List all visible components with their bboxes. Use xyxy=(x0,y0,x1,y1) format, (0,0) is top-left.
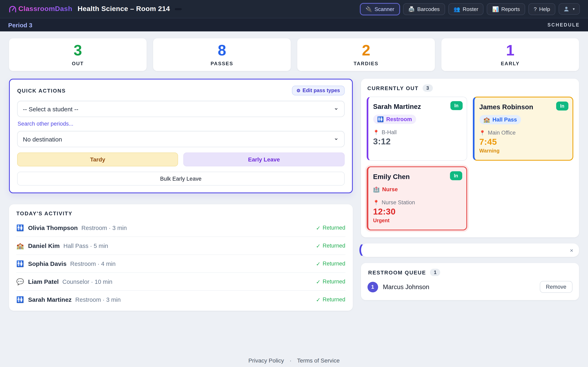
student-card-sarah-martinez: Sarah Martinez In 🚻 Restroom 📍 B-Hall 3:… xyxy=(366,97,467,161)
nav-label-barcodes: Barcodes xyxy=(417,6,440,12)
activity-student-name: Sarah Martinez xyxy=(28,296,71,303)
nav-button-scanner[interactable]: 🔌 Scanner xyxy=(360,3,399,15)
school-icon: 🏫 xyxy=(484,117,490,123)
nav-button-help[interactable]: ? Help xyxy=(528,3,555,15)
printer-icon: 🖨️ xyxy=(408,6,415,12)
remove-from-queue-button[interactable]: Remove xyxy=(540,281,572,293)
activity-row: 🏫 Daniel Kim Hall Pass · 5 min ✓ Returne… xyxy=(16,237,345,255)
location-row: 📍 B-Hall xyxy=(373,129,462,135)
activity-student-name: Sophia Davis xyxy=(28,260,66,267)
schedule-link[interactable]: SCHEDULE xyxy=(547,22,580,27)
nav-button-roster[interactable]: 👥 Roster xyxy=(448,3,484,15)
quick-actions-title: QUICK ACTIONS xyxy=(17,87,66,94)
mark-in-button[interactable]: In xyxy=(450,101,462,110)
activity-list: 🚻 Olivia Thompson Restroom · 3 min ✓ Ret… xyxy=(16,219,345,308)
nav-label-roster: Roster xyxy=(463,6,478,12)
main-content: 3 OUT 8 PASSES 2 TARDIES 1 EARLY QUIC xyxy=(0,31,588,311)
nav-label-help: Help xyxy=(539,6,550,12)
tardy-button[interactable]: Tardy xyxy=(17,152,178,166)
gauge-icon xyxy=(8,5,17,13)
stat-card-passes: 8 PASSES xyxy=(153,38,291,71)
check-icon: ✓ xyxy=(316,278,321,285)
brand-name: ClassroomDash xyxy=(18,5,72,13)
user-menu-button[interactable]: ▼ xyxy=(559,3,580,15)
stat-label-out: OUT xyxy=(72,61,84,67)
location-row: 📍 Nurse Station xyxy=(373,200,461,206)
stat-card-early: 1 EARLY xyxy=(441,38,579,71)
right-column: CURRENTLY OUT 3 Sarah Martinez In 🚻 Rest… xyxy=(361,79,579,300)
question-icon: ? xyxy=(534,6,536,12)
pass-type-badge: 🏥 Nurse xyxy=(373,185,402,194)
spinner-arc-icon: ( xyxy=(359,242,363,257)
period-bar: Period 3 SCHEDULE xyxy=(0,18,588,31)
pass-type-badge: 🏫 Hall Pass xyxy=(479,115,521,124)
activity-detail: Restroom · 3 min xyxy=(75,296,121,303)
mark-in-button[interactable]: In xyxy=(556,101,568,110)
returned-status: ✓ Returned xyxy=(316,225,346,231)
stats-row: 3 OUT 8 PASSES 2 TARDIES 1 EARLY xyxy=(9,38,579,71)
activity-student-name: Olivia Thompson xyxy=(28,224,78,231)
activity-detail: Restroom · 4 min xyxy=(70,260,116,267)
footer: Privacy Policy · Terms of Service xyxy=(0,357,588,364)
restroom-icon: 🚻 xyxy=(16,296,24,303)
app-root: ClassroomDash Health Science – Room 214 … xyxy=(0,0,588,367)
restroom-icon: 🚻 xyxy=(16,261,24,267)
navbar-left: ClassroomDash Health Science – Room 214 xyxy=(8,5,182,13)
returned-status: ✓ Returned xyxy=(316,260,346,267)
stat-label-tardies: TARDIES xyxy=(354,61,379,67)
queue-item: 1 Marcus Johnson Remove xyxy=(367,281,572,293)
mark-in-button[interactable]: In xyxy=(450,171,462,180)
pass-type-badge: 🚻 Restroom xyxy=(373,115,416,124)
stat-label-early: EARLY xyxy=(501,61,520,67)
period-label: Period 3 xyxy=(8,21,32,28)
stat-value-out: 3 xyxy=(73,43,82,58)
gear-icon: ⚙ xyxy=(296,88,301,93)
nav-label-scanner: Scanner xyxy=(374,6,394,12)
edit-pass-types-button[interactable]: ⚙ Edit pass types xyxy=(292,86,345,95)
early-leave-button[interactable]: Early Leave xyxy=(183,152,345,166)
queue-student-name: Marcus Johnson xyxy=(383,283,429,291)
search-other-periods-link[interactable]: Search other periods... xyxy=(17,121,73,127)
bulk-early-leave-button[interactable]: Bulk Early Leave xyxy=(17,172,345,185)
elapsed-timer: 3:12 xyxy=(373,137,462,146)
stat-value-early: 1 xyxy=(506,43,514,58)
navbar: ClassroomDash Health Science – Room 214 … xyxy=(0,0,588,18)
nav-button-reports[interactable]: 📊 Reports xyxy=(487,3,525,15)
student-name: James Robinson xyxy=(479,103,568,111)
edit-pass-types-label: Edit pass types xyxy=(303,88,340,93)
user-avatar-icon xyxy=(563,6,570,12)
activity-detail: Restroom · 3 min xyxy=(81,225,127,231)
stat-value-tardies: 2 xyxy=(362,43,370,58)
location-label: Main Office xyxy=(488,130,516,136)
footer-separator: · xyxy=(290,357,291,364)
title-dash-icon xyxy=(175,8,182,10)
chevron-down-icon: ⌄ xyxy=(334,136,339,140)
activity-row: 🚻 Sophia Davis Restroom · 4 min ✓ Return… xyxy=(16,255,345,273)
returned-status: ✓ Returned xyxy=(316,242,346,249)
destination-select[interactable]: No destination ⌄ xyxy=(17,131,345,147)
nav-button-barcodes[interactable]: 🖨️ Barcodes xyxy=(403,3,445,15)
pin-icon: 📍 xyxy=(373,200,379,205)
check-icon: ✓ xyxy=(316,225,321,231)
check-icon: ✓ xyxy=(316,260,321,267)
restroom-queue-count-badge: 1 xyxy=(430,269,440,276)
brand-logo[interactable]: ClassroomDash xyxy=(8,5,72,13)
close-icon[interactable]: × xyxy=(570,247,573,253)
privacy-policy-link[interactable]: Privacy Policy xyxy=(248,357,284,364)
chevron-down-icon: ⌄ xyxy=(334,106,339,109)
location-label: Nurse Station xyxy=(381,200,415,206)
notification-toast: ( × xyxy=(361,243,579,257)
queue-position-badge: 1 xyxy=(367,282,378,292)
chevron-down-icon: ▼ xyxy=(572,7,575,11)
restroom-icon: 🚻 xyxy=(16,225,24,231)
quick-actions-panel: QUICK ACTIONS ⚙ Edit pass types -- Selec… xyxy=(9,79,353,193)
student-select[interactable]: -- Select a student -- ⌄ xyxy=(17,101,345,117)
restroom-queue-title: RESTROOM QUEUE xyxy=(368,269,426,275)
returned-status: ✓ Returned xyxy=(316,278,346,285)
room-title: Health Science – Room 214 xyxy=(78,5,170,13)
student-select-value: -- Select a student -- xyxy=(23,105,78,112)
pin-icon: 📍 xyxy=(479,130,485,136)
restroom-queue-panel: RESTROOM QUEUE 1 1 Marcus Johnson Remove xyxy=(361,263,579,300)
terms-of-service-link[interactable]: Terms of Service xyxy=(297,357,340,364)
restroom-icon: 🚻 xyxy=(377,116,384,122)
